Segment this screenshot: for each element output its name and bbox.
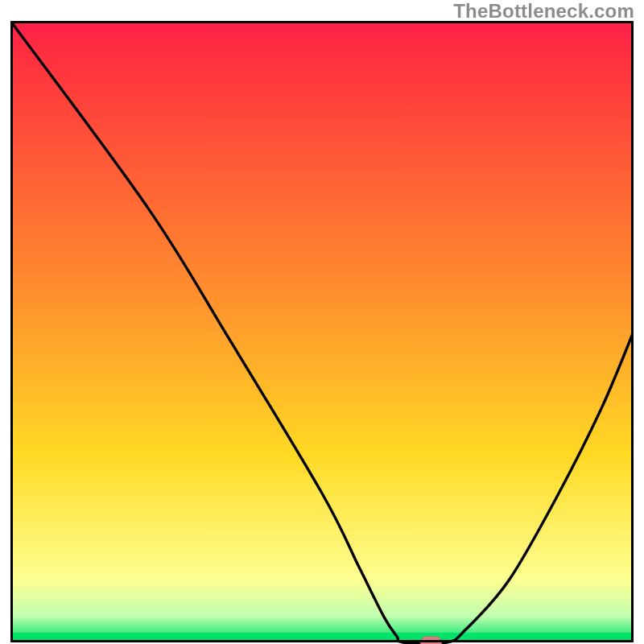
- chart-container: TheBottleneck.com: [0, 0, 644, 644]
- watermark-text: TheBottleneck.com: [453, 0, 634, 23]
- bottleneck-chart: [10, 21, 634, 644]
- plot-background: [10, 21, 634, 641]
